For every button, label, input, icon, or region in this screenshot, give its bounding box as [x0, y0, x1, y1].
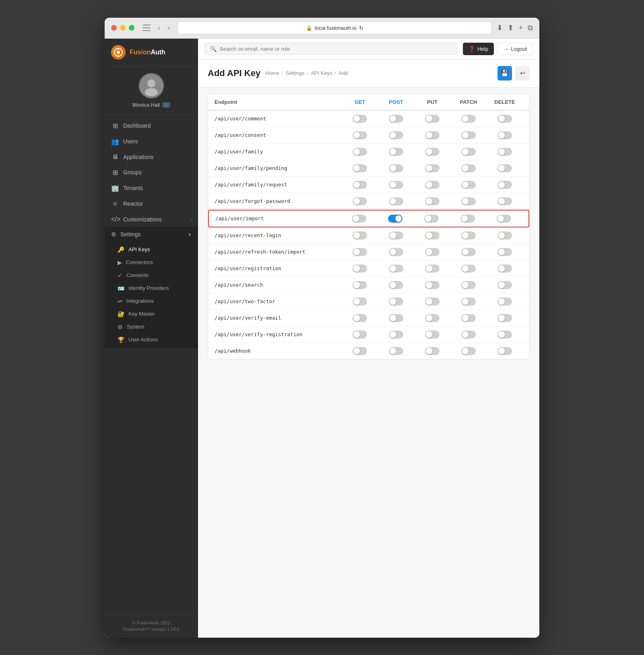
sidebar-toggle[interactable] — [142, 25, 151, 31]
toggle-post[interactable] — [389, 347, 403, 355]
toggle-put[interactable] — [425, 298, 440, 306]
toggle-delete[interactable] — [497, 131, 512, 139]
sidebar-item-users[interactable]: 👥 Users — [105, 134, 198, 149]
sidebar-item-connectors[interactable]: ▶ Connectors — [105, 256, 198, 269]
toggle-put[interactable] — [425, 331, 440, 339]
toggle-delete[interactable] — [497, 197, 512, 205]
toggle-delete[interactable] — [497, 347, 512, 355]
toggle-patch[interactable] — [461, 248, 476, 256]
sidebar-item-reactor[interactable]: ⚛ Reactor — [105, 196, 198, 212]
toggle-put[interactable] — [425, 281, 440, 289]
sidebar-item-customizations[interactable]: </> Customizations › — [105, 212, 198, 227]
toggle-put[interactable] — [425, 115, 440, 123]
toggle-post[interactable] — [389, 281, 403, 289]
toggle-get[interactable] — [353, 298, 367, 306]
sidebar-item-tenants[interactable]: 🏢 Tenants — [105, 180, 198, 196]
toggle-put[interactable] — [425, 248, 440, 256]
toggle-delete[interactable] — [497, 148, 512, 156]
toggle-get[interactable] — [352, 215, 366, 223]
toggle-get[interactable] — [353, 231, 367, 240]
toggle-delete[interactable] — [497, 281, 512, 289]
help-button[interactable]: ❓ Help — [463, 43, 494, 55]
toggle-get[interactable] — [353, 281, 367, 289]
share-button[interactable]: ⬆ — [508, 23, 514, 32]
toggle-get[interactable] — [353, 148, 367, 156]
logout-button[interactable]: → Logout — [497, 43, 533, 55]
toggle-post[interactable] — [389, 197, 403, 205]
toggle-patch[interactable] — [461, 281, 476, 289]
sidebar-item-applications[interactable]: 🖥 Applications — [105, 149, 198, 165]
toggle-post[interactable] — [389, 164, 403, 172]
sidebar-item-integrations[interactable]: ⇌ Integrations — [105, 295, 198, 308]
breadcrumb-settings[interactable]: Settings — [286, 70, 305, 76]
toggle-get[interactable] — [353, 197, 367, 205]
toggle-delete[interactable] — [497, 181, 512, 189]
tabs-button[interactable]: ⧉ — [528, 24, 533, 32]
toggle-post[interactable] — [389, 115, 403, 123]
toggle-post[interactable] — [389, 331, 403, 339]
sidebar-item-dashboard[interactable]: ⊞ Dashboard — [105, 118, 198, 134]
toggle-patch[interactable] — [461, 181, 476, 189]
toggle-patch[interactable] — [461, 115, 476, 123]
forward-button[interactable]: › — [165, 23, 172, 33]
toggle-put[interactable] — [425, 181, 440, 189]
sidebar-item-system[interactable]: ⚙ System — [105, 320, 198, 333]
toggle-post[interactable] — [389, 248, 403, 256]
toggle-delete[interactable] — [497, 248, 512, 256]
refresh-icon[interactable]: ↻ — [359, 25, 363, 31]
toggle-delete[interactable] — [497, 164, 512, 172]
breadcrumb-api-keys[interactable]: API Keys — [311, 70, 332, 76]
sidebar-item-groups[interactable]: ⊞ Groups — [105, 165, 198, 180]
toggle-delete[interactable] — [497, 215, 511, 223]
back-button[interactable]: ‹ — [155, 23, 163, 33]
toggle-get[interactable] — [353, 331, 367, 339]
toggle-put[interactable] — [425, 148, 440, 156]
toggle-put[interactable] — [425, 264, 440, 273]
download-button[interactable]: ⬇ — [497, 23, 503, 32]
toggle-post[interactable] — [388, 215, 402, 223]
toggle-get[interactable] — [353, 248, 367, 256]
toggle-post[interactable] — [389, 231, 403, 240]
toggle-patch[interactable] — [461, 148, 476, 156]
toggle-get[interactable] — [353, 314, 367, 322]
toggle-get[interactable] — [353, 264, 367, 273]
toggle-patch[interactable] — [460, 215, 475, 223]
sidebar-item-identity-providers[interactable]: 🪪 Identity Providers — [105, 282, 198, 295]
close-button[interactable] — [111, 25, 117, 31]
toggle-get[interactable] — [353, 181, 367, 189]
toggle-put[interactable] — [425, 131, 440, 139]
toggle-delete[interactable] — [497, 298, 512, 306]
toggle-delete[interactable] — [497, 264, 512, 273]
sidebar-item-consents[interactable]: ✓ Consents — [105, 269, 198, 282]
toggle-patch[interactable] — [461, 314, 476, 322]
toggle-get[interactable] — [353, 115, 367, 123]
toggle-get[interactable] — [353, 131, 367, 139]
toggle-patch[interactable] — [461, 298, 476, 306]
maximize-button[interactable] — [129, 25, 134, 31]
toggle-put[interactable] — [425, 164, 440, 172]
toggle-get[interactable] — [353, 164, 367, 172]
search-input[interactable] — [220, 46, 453, 52]
toggle-put[interactable] — [425, 314, 440, 322]
toggle-delete[interactable] — [497, 331, 512, 339]
breadcrumb-home[interactable]: Home — [265, 70, 279, 76]
toggle-patch[interactable] — [461, 131, 476, 139]
toggle-delete[interactable] — [497, 231, 512, 240]
sidebar-item-api-keys[interactable]: 🔑 API Keys — [105, 243, 198, 256]
toggle-post[interactable] — [389, 131, 403, 139]
toggle-patch[interactable] — [461, 264, 476, 273]
toggle-get[interactable] — [353, 347, 367, 355]
sidebar-item-settings[interactable]: ⚙ Settings ∨ — [105, 227, 198, 242]
toggle-delete[interactable] — [497, 314, 512, 322]
toggle-post[interactable] — [389, 298, 403, 306]
toggle-patch[interactable] — [461, 164, 476, 172]
toggle-patch[interactable] — [461, 331, 476, 339]
toggle-put[interactable] — [425, 347, 440, 355]
toggle-patch[interactable] — [461, 197, 476, 205]
toggle-put[interactable] — [425, 197, 440, 205]
toggle-post[interactable] — [389, 264, 403, 273]
toggle-post[interactable] — [389, 181, 403, 189]
sidebar-item-user-actions[interactable]: 🏆 User Actions — [105, 333, 198, 346]
toggle-patch[interactable] — [461, 231, 476, 240]
toggle-patch[interactable] — [461, 347, 476, 355]
